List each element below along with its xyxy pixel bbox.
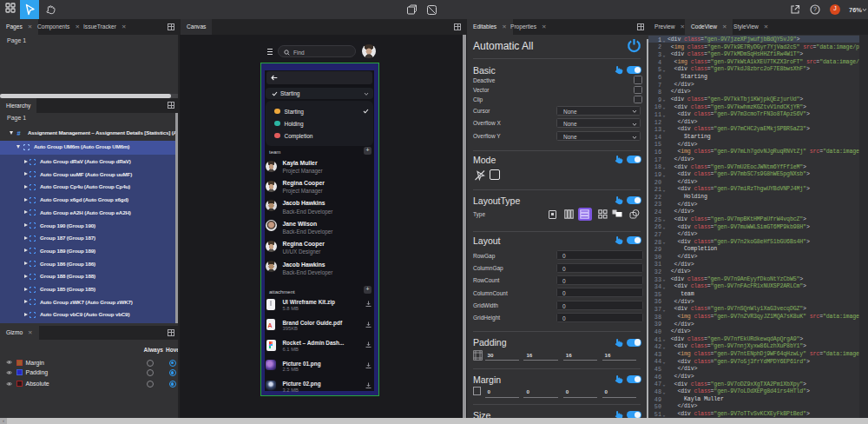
svg-text:?: ?	[813, 6, 817, 12]
